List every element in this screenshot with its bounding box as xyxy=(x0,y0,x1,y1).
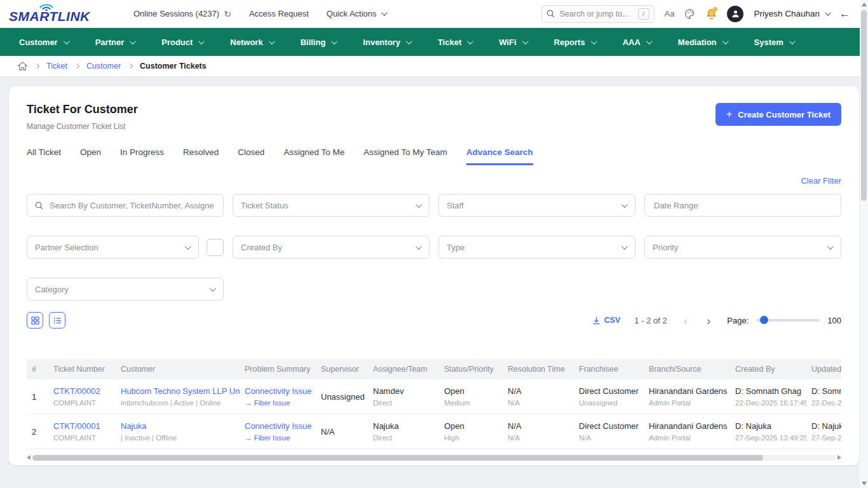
nav-item-product[interactable]: Product xyxy=(161,37,217,47)
create-customer-ticket-button[interactable]: + Create Customer Ticket xyxy=(715,103,841,126)
franchisee: Direct Customer xyxy=(579,421,639,431)
resolution-time: N/A xyxy=(508,421,569,431)
date-range-input[interactable] xyxy=(653,200,833,211)
vscroll-thumb[interactable] xyxy=(861,10,867,201)
refresh-icon[interactable]: ↻ xyxy=(224,9,231,19)
grid-view-button[interactable] xyxy=(27,312,43,329)
chevron-down-icon xyxy=(522,38,529,44)
breadcrumb-ticket[interactable]: Ticket xyxy=(46,62,67,71)
priority-select[interactable]: Priority xyxy=(644,236,841,259)
prev-page-button[interactable]: ‹ xyxy=(681,315,690,327)
logo[interactable]: SMARTLINK xyxy=(9,4,117,24)
list-view-button[interactable] xyxy=(49,312,65,329)
nav-item-customer[interactable]: Customer xyxy=(19,37,83,47)
customer-link[interactable]: Hubcom Techno System LLP Unit xyxy=(121,386,234,396)
created-by-select[interactable]: Created By xyxy=(233,236,430,259)
page-size-slider[interactable] xyxy=(756,319,820,322)
user-menu[interactable]: Priyesh Chauhan xyxy=(754,9,829,18)
vertical-scrollbar xyxy=(860,0,868,488)
quick-actions-menu[interactable]: Quick Actions xyxy=(327,9,386,18)
slider-thumb[interactable] xyxy=(760,316,768,324)
ticket-search-input[interactable] xyxy=(48,200,215,211)
online-sessions[interactable]: Online Sessions (4237) ↻ xyxy=(133,9,231,19)
nav-item-partner[interactable]: Partner xyxy=(95,37,149,47)
problem-summary-link[interactable]: Connectivity Issue xyxy=(245,421,311,431)
tab-open[interactable]: Open xyxy=(80,147,101,165)
chevron-down-icon xyxy=(331,38,337,44)
scroll-left-icon[interactable] xyxy=(27,455,31,460)
problem-sub-link[interactable]: → Fiber Issue xyxy=(245,399,311,407)
ticket-number-link[interactable]: CTKT/00001 xyxy=(53,421,111,431)
nav-item-billing[interactable]: Billing xyxy=(301,37,351,47)
assignee-team: Direct xyxy=(373,434,434,442)
ticket-status-select[interactable]: Ticket Status xyxy=(233,194,430,217)
next-page-button[interactable]: › xyxy=(704,315,713,327)
scroll-right-icon[interactable] xyxy=(837,455,841,460)
nav-item-ticket[interactable]: Ticket xyxy=(438,37,486,47)
tab-all-ticket[interactable]: All Ticket xyxy=(27,147,61,165)
nav-item-network[interactable]: Network xyxy=(230,37,287,47)
staff-select[interactable]: Staff xyxy=(438,194,635,217)
updated-at: 27-Sep-2025 13:49:25 xyxy=(811,434,841,442)
hscroll-thumb[interactable] xyxy=(32,455,763,461)
date-range-field[interactable] xyxy=(644,194,841,217)
assignee: Najuka xyxy=(373,421,434,431)
chevron-down-icon xyxy=(646,38,653,44)
customer-status: intbmchubcom | Active | Online xyxy=(121,399,234,407)
ticket-tabs: All Ticket Open In Progress Resolved Clo… xyxy=(27,147,841,165)
problem-summary-link[interactable]: Connectivity Issue xyxy=(245,386,311,396)
tab-assigned-to-my-team[interactable]: Assigned To My Team xyxy=(363,147,447,165)
nav-item-mediation[interactable]: Mediation xyxy=(678,37,742,47)
nav-item-wifi[interactable]: WiFi xyxy=(499,37,541,47)
search-icon xyxy=(35,201,43,210)
theme-icon[interactable] xyxy=(684,8,696,20)
notification-bell-icon[interactable] xyxy=(706,8,717,20)
partner-checkbox[interactable] xyxy=(207,239,224,256)
type-select[interactable]: Type xyxy=(438,236,635,259)
avatar[interactable] xyxy=(727,6,743,22)
tab-resolved[interactable]: Resolved xyxy=(183,147,219,165)
chevron-down-icon xyxy=(416,201,422,208)
col-created-by: Created By xyxy=(730,359,806,379)
global-search[interactable]: / xyxy=(541,5,654,23)
tab-assigned-to-me[interactable]: Assigned To Me xyxy=(283,147,344,165)
chevron-down-icon xyxy=(185,243,191,250)
ticket-card: Ticket For Customer Manage Customer Tick… xyxy=(9,86,859,465)
chevron-down-icon xyxy=(591,38,597,44)
scroll-down-icon[interactable] xyxy=(862,482,867,485)
vscroll-track[interactable] xyxy=(860,9,868,479)
nav-item-inventory[interactable]: Inventory xyxy=(363,37,425,47)
branch-source: Admin Portal xyxy=(649,399,725,407)
ticket-number-link[interactable]: CTKT/00002 xyxy=(53,386,111,396)
home-icon[interactable] xyxy=(18,62,27,71)
font-size-toggle[interactable]: Aa xyxy=(665,9,675,18)
resolution-sub: N/A xyxy=(508,434,569,442)
chevron-right-icon xyxy=(128,64,133,69)
category-select[interactable]: Category xyxy=(27,278,224,301)
problem-sub-link[interactable]: → Fiber Issue xyxy=(245,434,311,442)
nav-item-aaa[interactable]: AAA xyxy=(623,37,665,47)
nav-item-reports[interactable]: Reports xyxy=(554,37,610,47)
collapse-arrow-icon[interactable]: ← xyxy=(839,8,850,20)
global-search-input[interactable] xyxy=(559,9,634,19)
customer-link[interactable]: Najuka xyxy=(121,421,234,431)
resolution-sub: N/A xyxy=(508,399,569,407)
breadcrumb-customer[interactable]: Customer xyxy=(86,62,121,71)
tab-advance-search[interactable]: Advance Search xyxy=(466,147,533,165)
tab-closed[interactable]: Closed xyxy=(238,147,264,165)
priority: High xyxy=(444,434,498,442)
access-request-link[interactable]: Access Request xyxy=(249,9,309,18)
created-by: D: Najuka xyxy=(735,421,801,431)
chevron-down-icon xyxy=(621,201,628,208)
hscroll-track[interactable] xyxy=(32,455,836,461)
tab-in-progress[interactable]: In Progress xyxy=(120,147,164,165)
ticket-search-field[interactable] xyxy=(27,194,224,217)
top-links: Online Sessions (4237) ↻ Access Request … xyxy=(133,9,386,19)
scroll-up-icon[interactable] xyxy=(862,3,867,6)
csv-export-link[interactable]: CSV xyxy=(592,316,621,325)
nav-item-system[interactable]: System xyxy=(754,37,808,47)
table-row: 2 CTKT/00001 COMPLAINT Najuka | Inactive… xyxy=(27,414,841,449)
clear-filter-link[interactable]: Clear Filter xyxy=(801,176,841,186)
status: Open xyxy=(444,386,498,396)
partner-selection-select[interactable]: Partner Selection xyxy=(27,236,199,259)
